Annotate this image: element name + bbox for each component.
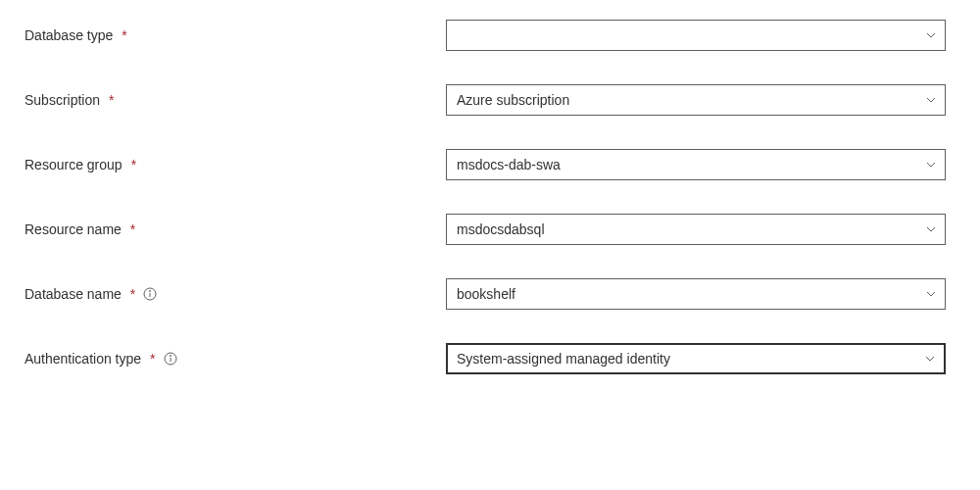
required-asterisk: * <box>130 286 135 302</box>
select-value: Azure subscription <box>457 92 569 108</box>
label-text: Resource name <box>24 221 122 237</box>
resource-group-label: Resource group * <box>24 157 446 172</box>
svg-point-5 <box>170 356 171 357</box>
required-asterisk: * <box>122 27 126 43</box>
subscription-label: Subscription * <box>24 92 446 108</box>
label-text: Resource group <box>24 157 122 172</box>
required-asterisk: * <box>130 221 135 237</box>
svg-point-2 <box>150 291 151 292</box>
chevron-down-icon <box>925 288 937 300</box>
input-cell: msdocsdabsql <box>446 214 956 245</box>
chevron-down-icon <box>925 159 937 171</box>
select-value: msdocs-dab-swa <box>457 157 561 172</box>
chevron-down-icon <box>925 29 937 41</box>
resource-group-select[interactable]: msdocs-dab-swa <box>446 149 946 180</box>
label-text: Subscription <box>24 92 100 108</box>
database-type-select[interactable] <box>446 20 946 51</box>
input-cell: Azure subscription <box>446 84 956 116</box>
required-asterisk: * <box>131 157 136 172</box>
label-text: Database type <box>24 27 113 43</box>
input-cell: msdocs-dab-swa <box>446 149 956 180</box>
database-name-select[interactable]: bookshelf <box>446 278 946 310</box>
database-name-label: Database name * <box>24 286 446 302</box>
select-value: msdocsdabsql <box>457 221 545 237</box>
input-cell <box>446 20 956 51</box>
subscription-select[interactable]: Azure subscription <box>446 84 946 116</box>
database-type-label: Database type * <box>24 27 446 43</box>
select-value: bookshelf <box>457 286 515 302</box>
resource-group-row: Resource group * msdocs-dab-swa <box>24 149 956 180</box>
chevron-down-icon <box>925 223 937 235</box>
info-icon[interactable] <box>164 352 177 366</box>
database-name-row: Database name * bookshelf <box>24 278 956 310</box>
resource-name-label: Resource name * <box>24 221 446 237</box>
select-value: System-assigned managed identity <box>457 351 670 367</box>
authentication-type-select[interactable]: System-assigned managed identity <box>446 343 946 374</box>
subscription-row: Subscription * Azure subscription <box>24 84 956 116</box>
authentication-type-label: Authentication type * <box>24 351 446 367</box>
required-asterisk: * <box>150 351 155 367</box>
input-cell: System-assigned managed identity <box>446 343 956 374</box>
authentication-type-row: Authentication type * System-assigned ma… <box>24 343 956 374</box>
chevron-down-icon <box>925 94 937 106</box>
chevron-down-icon <box>924 353 936 365</box>
label-text: Authentication type <box>24 351 141 367</box>
input-cell: bookshelf <box>446 278 956 310</box>
info-icon[interactable] <box>143 287 157 301</box>
label-text: Database name <box>24 286 122 302</box>
resource-name-row: Resource name * msdocsdabsql <box>24 214 956 245</box>
database-type-row: Database type * <box>24 20 956 51</box>
resource-name-select[interactable]: msdocsdabsql <box>446 214 946 245</box>
required-asterisk: * <box>109 92 114 108</box>
